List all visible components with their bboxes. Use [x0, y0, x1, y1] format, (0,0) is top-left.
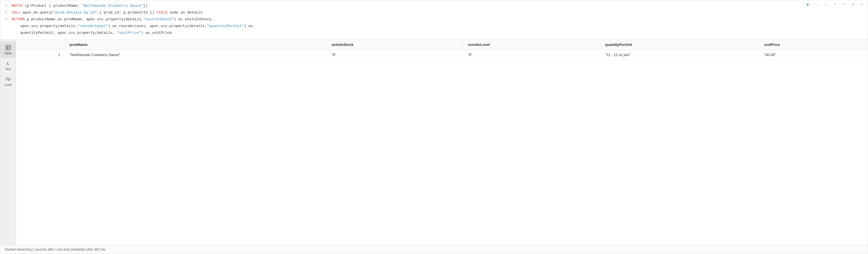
table-header-row: prodName unitsInStock reorderLevel quant… — [16, 40, 868, 50]
sidebar-code-label: Code — [4, 83, 11, 86]
table-row: 1 "Northwoods Cranberry Sauce" "6" "0" "… — [16, 50, 868, 60]
svg-line-5 — [8, 77, 9, 81]
line-content-3b: apoc.any.property(details,"reorderLevel"… — [11, 23, 868, 29]
sidebar-item-code[interactable]: Code — [0, 74, 16, 89]
svg-rect-0 — [6, 45, 10, 50]
download-icon[interactable]: ⇓ — [823, 2, 829, 7]
col-header-unitprice: unitPrice — [760, 40, 868, 50]
code-line-3: 3 RETURN p.productName as prodName, apoc… — [0, 16, 868, 23]
sidebar-text-label: Text — [5, 67, 11, 71]
cell-unitprice-1: "40.00" — [760, 50, 868, 60]
code-icon — [5, 76, 11, 82]
run-button[interactable]: ▶ — [805, 2, 811, 7]
col-header-unitsinstock: unitsInStock — [327, 40, 463, 50]
cell-unitsinstock-1: "6" — [327, 50, 463, 60]
row-number-1: 1 — [16, 50, 65, 60]
results-table: prodName unitsInStock reorderLevel quant… — [16, 40, 868, 60]
code-line-1: 1 MATCH (p:Product { productName: "North… — [0, 3, 868, 9]
expand-icon[interactable]: ➚ — [841, 2, 847, 7]
row-number-header — [16, 40, 65, 50]
line-content-3c: quantityPerUnit, apoc.any.property(detai… — [11, 30, 868, 36]
close-icon[interactable]: ✕ — [859, 2, 865, 7]
up-icon[interactable]: ∧ — [850, 2, 856, 7]
table-icon — [5, 45, 11, 50]
editor-area: ▶ ☆ ⇓ ⌖ ➚ ∧ ✕ 1 MATCH (p:Product { produ… — [0, 0, 868, 40]
line-number-3: 3 — [0, 16, 11, 23]
text-icon: A — [5, 60, 11, 66]
star-icon[interactable]: ☆ — [814, 2, 820, 7]
col-header-prodname: prodName — [65, 40, 327, 50]
editor-toolbar: ▶ ☆ ⇓ ⌖ ➚ ∧ ✕ — [805, 2, 865, 7]
code-editor[interactable]: 1 MATCH (p:Product { productName: "North… — [0, 3, 868, 36]
line-number-2: 2 — [0, 9, 11, 16]
code-line-2: 2 CALL apoc.dv.query("prod-details-by-id… — [0, 9, 868, 16]
line-content-3: RETURN p.productName as prodName, apoc.a… — [11, 16, 868, 23]
cell-quantityperunit-1: "12 - 12 oz jars" — [600, 50, 760, 60]
code-line-3b: apoc.any.property(details,"reorderLevel"… — [0, 23, 868, 30]
sidebar-table-label: Table — [4, 52, 11, 55]
side-panel: Table A Text Code — [0, 40, 16, 245]
cell-reorderlevel-1: "0" — [463, 50, 600, 60]
pin-icon[interactable]: ⌖ — [832, 2, 838, 7]
code-line-3c: quantityPerUnit, apoc.any.property(detai… — [0, 30, 868, 36]
status-bar: Started streaming 1 records after 1 ms a… — [0, 245, 868, 254]
main-container: ▶ ☆ ⇓ ⌖ ➚ ∧ ✕ 1 MATCH (p:Product { produ… — [0, 0, 868, 254]
line-content-1: MATCH (p:Product { productName: "Northwo… — [11, 3, 868, 9]
line-number-1: 1 — [0, 3, 11, 9]
col-header-quantityperunit: quantityPerUnit — [600, 40, 760, 50]
content-area: Table A Text Code — [0, 40, 868, 245]
col-header-reorderlevel: reorderLevel — [463, 40, 600, 50]
sidebar-item-text[interactable]: A Text — [0, 58, 16, 74]
cell-prodname-1: "Northwoods Cranberry Sauce" — [65, 50, 327, 60]
status-text: Started streaming 1 records after 1 ms a… — [5, 248, 106, 251]
svg-text:A: A — [6, 62, 9, 66]
table-area: prodName unitsInStock reorderLevel quant… — [16, 40, 868, 245]
line-content-2: CALL apoc.dv.query("prod-details-by-id",… — [11, 9, 868, 16]
sidebar-item-table[interactable]: Table — [0, 42, 16, 58]
